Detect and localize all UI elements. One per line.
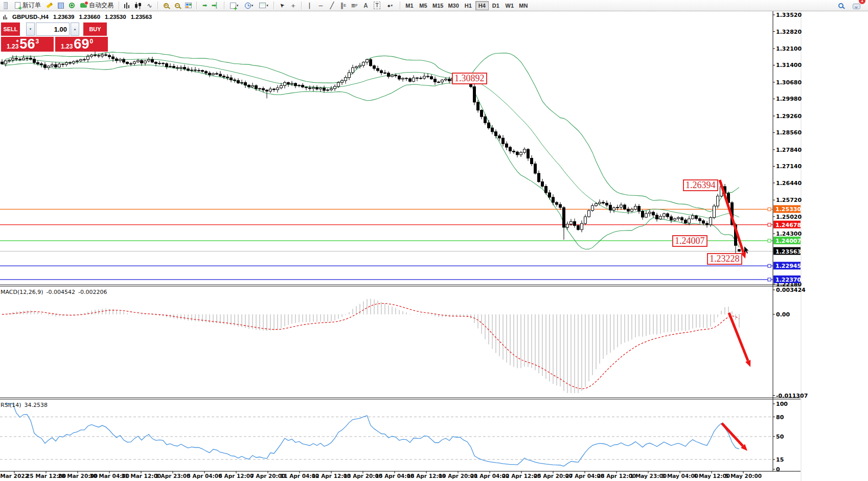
timeframe-d1[interactable]: D1 [489,1,502,10]
separator [273,2,274,9]
chevron-down-icon: ▾ [266,4,268,8]
channel-tool[interactable]: ∥E [338,1,349,11]
macd-signal-line [2,304,739,389]
separator [301,2,302,9]
volume-increase-button[interactable]: ▴ [71,22,79,36]
rsi-axis-label: 15 [776,456,784,463]
volume-decrease-button[interactable]: ▾ [26,22,35,36]
macd-axis-label: -0.011307 [776,393,808,399]
price-tick-label: 1.28560 [776,129,802,136]
time-axis-label: 5 Apr 04:00 [187,473,222,479]
macd-axis-label: 0.00 [776,311,790,318]
vertical-line-tool[interactable]: | [304,1,315,11]
sell-price-big: 56 [19,38,35,51]
template-icon [259,3,266,8]
trend-arrow-head[interactable] [745,360,750,367]
signal-icon [69,3,75,8]
highlighter-button[interactable] [44,1,55,11]
periods-button[interactable]: ▾ [242,1,256,11]
sell-price-display[interactable]: 1.23 56 3 [1,37,54,52]
timeframe-m5[interactable]: M5 [417,1,430,10]
chevron-down-icon: ▾ [252,4,254,8]
fibonacci-tool[interactable]: ≡F [349,1,360,11]
zoom-out-button[interactable]: − [172,1,182,11]
trend-arrow[interactable] [729,313,748,361]
market-depth-button[interactable] [55,1,66,11]
indicator-panels: 0.0034240.00-0.0113071008050150 [0,287,808,473]
rsi-label-bar: RSI(14) 34.2538 [1,402,48,408]
arrows-tool[interactable]: ◆▾ [383,1,397,11]
indicators-button[interactable]: ▾ [227,1,241,11]
chart-canvas: 1.335201.328201.321001.314001.306801.299… [0,11,868,481]
price-callout[interactable]: 1.23228 [707,253,742,265]
chart-shift-button[interactable]: ➡▏ [211,1,221,11]
autotrading-button[interactable]: 自动交易 [78,1,116,11]
timeframe-m30[interactable]: M30 [446,1,461,10]
price-callout[interactable]: 1.26394 [683,179,718,191]
price-tick-label: 1.25720 [776,197,802,203]
bollinger-lower-band [2,63,739,249]
price-callout[interactable]: 1.30892 [452,73,487,84]
signals-button[interactable] [66,1,77,11]
clipped-window-icon[interactable] [1,1,12,11]
text-tool-icon: A [364,2,368,9]
hline-handle[interactable] [768,278,771,281]
chat-bubble-icon [853,4,860,9]
bar-chart-icon [124,2,130,9]
cursor-tool[interactable]: ➤ [277,1,287,11]
timeframe-m15[interactable]: M15 [430,1,445,10]
search-button[interactable] [835,1,846,11]
buy-price-display[interactable]: 1.23 69 0 [55,37,108,52]
auto-scroll-button[interactable]: ➡ [199,1,210,11]
bar-chart-button[interactable] [122,1,132,11]
ohlc-close: 1.23563 [131,14,152,20]
timeframe-mn[interactable]: MN [517,1,530,10]
time-axis: Mar 202225 Mar 12:0028 Mar 20:0030 Mar 0… [0,471,762,479]
hline-handle[interactable] [768,208,771,211]
macd-label: MACD(12,26,9) [1,289,43,295]
crosshair-icon: ＋ [290,1,296,10]
timeframe-w1[interactable]: W1 [503,1,516,10]
separator [119,2,119,9]
candlestick-icon [135,2,142,9]
horizontal-line-tool[interactable]: — [315,1,326,11]
price-badge-label: 1.23563 [775,248,801,255]
hline-handle[interactable] [768,223,771,226]
label-tool-icon: T [374,2,380,9]
templates-button[interactable]: ▾ [257,1,271,11]
chart-title-bar: GBPUSD-,H4 1.23639 1.23660 1.23530 1.235… [3,14,152,20]
hline-handle[interactable] [768,239,771,242]
notification-badge: 1 [859,0,865,4]
price-tick-label: 1.32820 [776,29,802,35]
tile-windows-button[interactable] [183,1,194,11]
sell-price-small: 1.23 [7,43,18,51]
price-badge-label: 1.22945 [775,263,801,269]
notifications-button[interactable]: 1 [851,1,862,11]
timeframe-m1[interactable]: M1 [403,1,416,10]
timeframe-h4[interactable]: H4 [475,1,489,10]
price-badge-label: 1.25330 [775,206,801,213]
buy-button[interactable]: BUY [83,22,107,36]
search-icon [838,3,843,8]
label-tool[interactable]: T [372,1,382,11]
crosshair-tool[interactable]: ＋ [288,1,299,11]
hline-handle[interactable] [768,264,771,267]
rsi-label: RSI(14) [1,402,21,408]
buy-price-big: 69 [74,38,89,51]
candlestick-chart-button[interactable] [133,1,144,11]
new-order-button[interactable]: 新订单 [12,1,43,11]
text-tool[interactable]: A [360,1,371,11]
timeframe-h1[interactable]: H1 [462,1,475,10]
line-chart-button[interactable]: ∿ [144,1,155,11]
price-callout[interactable]: 1.24007 [672,235,707,247]
trend-arrow[interactable] [720,180,743,253]
price-tick-label: 1.24300 [776,231,802,237]
ohlc-low: 1.23530 [105,14,126,20]
volume-input[interactable] [36,22,70,36]
zoom-in-button[interactable]: + [161,1,171,11]
separator [196,2,197,9]
sell-button[interactable]: SELL [1,22,20,36]
trendline-tool[interactable]: ╱ [327,1,337,11]
time-axis-label: 5 May 20:00 [725,473,762,479]
buy-price-sup: 0 [89,38,93,45]
